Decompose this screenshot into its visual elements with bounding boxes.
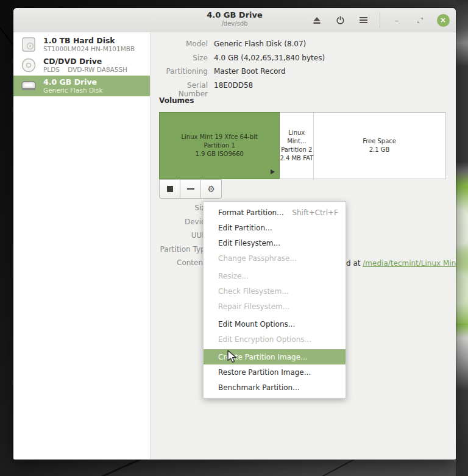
menu-item[interactable]: Edit Encryption Options... [204,332,346,347]
restore-icon [417,17,424,24]
titlebar-separator [380,12,380,28]
menu-item[interactable]: Format Partition... Shift+Ctrl+F [204,205,346,220]
info-value: Generic Flash Disk (8.07) [214,40,450,49]
menu-item[interactable]: Resize... [204,268,346,283]
sidebar-item-hard-disk[interactable]: 1.0 TB Hard Disk ST1000LM024 HN-M101MBB [13,34,150,55]
volume-segment-partition2[interactable]: Linux Mint... Partition 2 2.4 MB FAT [280,113,314,179]
info-label: Device [159,218,210,227]
info-label: Size [159,54,208,63]
minimize-button[interactable]: – [390,13,403,27]
menu-item[interactable]: Restore Partition Image... [204,364,346,380]
contents-value: d at /media/tecmint/Linux Mint 1... [346,259,456,268]
info-label: UUID [159,231,210,240]
gnome-disks-window: 4.0 GB Drive /dev/sdb – [13,8,456,460]
titlebar-buttons: – × [310,8,450,32]
menu-item-label: Check Filesystem... [218,287,289,296]
sidebar-item-usb-drive[interactable]: 4.0 GB Drive Generic Flash Disk [13,76,150,96]
segment-line: Partition 2 [281,146,312,154]
info-label: Size [159,204,210,213]
eject-button[interactable] [310,13,324,27]
logo-sheen [456,186,468,324]
sidebar-item-cd-dvd[interactable]: CD/DVD Drive PLDS DVD-RW DA8A5SH [13,55,150,76]
menu-item[interactable]: Check Filesystem... [204,283,346,299]
power-icon [336,16,345,25]
menu-item-label: Edit Partition... [218,224,272,232]
menu-item[interactable]: Change Passphrase... [204,250,346,266]
menu-item[interactable]: Benchmark Partition... [204,380,346,395]
menu-item-label: Resize... [218,272,249,280]
menu-item-label: Edit Mount Options... [218,320,295,329]
device-sidebar: 1.0 TB Hard Disk ST1000LM024 HN-M101MBB … [13,32,151,459]
info-value: 4.0 GB (4,02,65,31,840 bytes) [214,54,450,63]
menu-item-label: Change Passphrase... [218,254,297,263]
segment-line: Linux Mint... [280,129,313,146]
minimize-icon: – [395,17,399,23]
menu-item-label: Restore Partition Image... [218,368,311,377]
menu-item-label: Edit Filesystem... [218,239,280,247]
info-label: Contents [159,258,210,268]
info-label: Model [159,40,208,49]
segment-line: Partition 1 [204,141,235,150]
segment-line: 1.9 GB ISO9660 [195,150,244,158]
segment-line: Linux Mint 19 Xfce 64-bit [181,133,257,141]
volumes-heading: Volumes [159,96,194,105]
menu-item[interactable]: Edit Partition... [204,220,346,235]
menu-item-label: Edit Encryption Options... [218,335,311,344]
info-value: Master Boot Record [214,67,450,76]
menu-item-shortcut: Shift+Ctrl+F [292,208,338,217]
power-off-button[interactable] [333,13,347,27]
stop-icon [167,186,173,192]
menu-item[interactable]: Edit Filesystem... [204,235,346,250]
device-title: CD/DVD Drive [43,57,127,66]
minus-icon [187,188,194,190]
volume-toolbar: ⚙ [159,179,222,199]
eject-icon [313,16,321,24]
flash-drive-icon [20,79,38,93]
segment-line: Free Space [363,137,396,146]
volumes-map: Linux Mint 19 Xfce 64-bit Partition 1 1.… [159,112,446,179]
info-label: Partitioning [159,67,208,76]
menu-icon [360,17,367,23]
partition-options-menu: Format Partition... Shift+Ctrl+F Edit Pa… [203,201,346,399]
gears-icon: ⚙ [207,185,215,193]
titlebar[interactable]: 4.0 GB Drive /dev/sdb – [13,8,456,32]
menu-item[interactable]: Create Partition Image... [204,349,346,364]
info-label: Partition Type [159,245,210,254]
partition-options-button[interactable]: ⚙ [200,179,222,199]
app-menu-button[interactable] [356,13,370,27]
contents-fragment: d at [346,259,361,268]
volume-segment-free-space[interactable]: Free Space 2.1 GB [314,113,445,179]
segment-line: 2.4 MB FAT [280,154,313,163]
device-subtitle: PLDS DVD-RW DA8A5SH [43,66,127,74]
menu-item[interactable]: Edit Mount Options... [204,316,346,332]
mount-point-link[interactable]: /media/tecmint/Linux Mint 1... [363,259,456,268]
unmount-button[interactable] [159,179,180,199]
restore-button[interactable] [413,13,427,27]
menu-item-label: Format Partition... [218,208,284,217]
device-title: 4.0 GB Drive [43,77,102,87]
menu-item-label: Benchmark Partition... [218,383,300,392]
delete-partition-button[interactable] [180,179,201,199]
harddisk-icon [20,37,38,52]
device-subtitle: Generic Flash Disk [43,87,102,94]
menu-item-label: Create Partition Image... [218,353,308,361]
device-title: 1.0 TB Hard Disk [43,36,135,45]
menu-item-label: Repair Filesystem... [218,302,289,311]
menu-item[interactable]: Repair Filesystem... [204,299,346,314]
device-subtitle: ST1000LM024 HN-M101MBB [43,45,135,53]
info-value: 18E0DD58 [214,81,450,99]
close-button[interactable]: × [436,13,450,27]
mounted-indicator [271,169,275,174]
optical-disc-icon [20,57,38,73]
volume-segment-partition1[interactable]: Linux Mint 19 Xfce 64-bit Partition 1 1.… [159,112,280,179]
wallpaper-mint-logo-fragment [456,0,468,476]
close-icon: × [440,16,446,24]
segment-line: 2.1 GB [369,146,390,154]
drive-info-grid: Model Generic Flash Disk (8.07) Size 4.0… [159,40,450,99]
